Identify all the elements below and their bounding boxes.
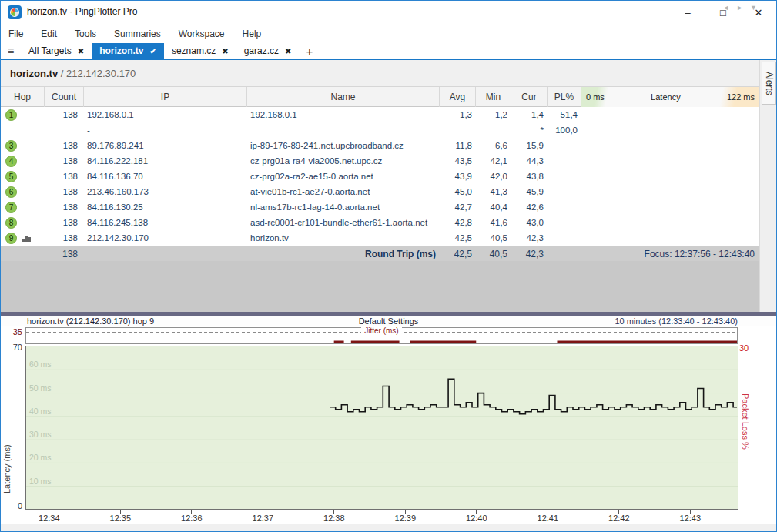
tab-label: seznam.cz [172,45,216,56]
packet-loss-axis-label: Packet Loss % [741,393,750,517]
count-cell: 138 [45,215,84,230]
latency-cell [581,230,759,246]
hop-cell: 6 [1,184,45,199]
time-tick-label: 12:35 [103,510,137,523]
check-icon: ✔ [150,47,156,55]
svg-text:10 ms: 10 ms [29,477,52,486]
column-header-latency[interactable]: 0 msLatency122 ms [581,87,759,107]
name-cell: horizon.tv [247,230,440,246]
summary-avg: 42,5 [440,246,476,261]
pl-cell: 100,0 [548,122,581,138]
name-cell: at-vie01b-rc1-ae27-0.aorta.net [247,184,440,199]
name-cell [247,122,440,138]
min-cell: 42,1 [476,153,511,169]
tab-garaz-cz[interactable]: garaz.cz✖ [236,43,300,59]
column-header-name[interactable]: Name [247,87,440,107]
avg-cell [440,122,476,138]
tab-nav-arrows[interactable]: ◄►▼ [722,4,764,12]
hop-cell: 3 [1,138,45,153]
table-row[interactable]: 813884.116.245.138asd-rc0001-cr101-bundl… [1,215,759,230]
hamburger-icon[interactable]: ≡ [1,43,21,59]
pl-cell: 51,4 [548,107,581,122]
jitter-title: Jitter (ms) [25,326,738,335]
min-cell: 42,0 [476,169,511,184]
summary-cur: 42,3 [511,246,548,261]
latency-cell [581,169,759,184]
pl-cell [548,230,581,246]
menu-item-tools[interactable]: Tools [75,28,96,39]
table-row[interactable]: 713884.116.130.25nl-ams17b-rc1-lag-14-0.… [1,199,759,215]
latency-timeline-chart[interactable]: 60 ms50 ms40 ms30 ms20 ms10 ms [25,346,738,510]
target-title: horizon.tv / 212.142.30.170 [10,68,136,79]
count-cell [45,122,84,138]
table-row[interactable]: 413884.116.222.181cz-prg01a-ra4-vla2005.… [1,153,759,169]
pl-cell [548,169,581,184]
cur-cell: 44,3 [511,153,548,169]
tab-horizon-tv[interactable]: horizon.tv✔ [92,43,164,59]
tab-all-targets[interactable]: All Targets✖ [21,43,92,59]
alerts-tab[interactable]: Alerts [762,62,776,105]
table-row[interactable]: 6138213.46.160.173at-vie01b-rc1-ae27-0.a… [1,184,759,199]
close-icon[interactable]: ✖ [285,47,291,55]
column-header-avg[interactable]: Avg [440,87,476,107]
table-row[interactable]: 313889.176.89.241ip-89-176-89-241.net.up… [1,138,759,153]
menu-item-workspace[interactable]: Workspace [179,28,225,39]
cur-cell: 15,9 [511,138,548,153]
min-cell: 40,5 [476,230,511,246]
cur-cell: * [511,122,548,138]
menu-item-help[interactable]: Help [243,28,262,39]
menu-item-file[interactable]: File [8,28,23,39]
menu-item-edit[interactable]: Edit [41,28,57,39]
name-cell: ip-89-176-89-241.net.upcbroadband.cz [247,138,440,153]
name-cell: cz-prg02a-ra2-ae15-0.aorta.net [247,169,440,184]
window-title: horizon.tv - PingPlotter Pro [27,6,137,17]
name-cell: asd-rc0001-cr101-bundle-ether61-1.aorta.… [247,215,440,230]
count-cell: 138 [45,153,84,169]
cur-cell: 45,9 [511,184,548,199]
svg-text:40 ms: 40 ms [29,407,52,416]
table-row[interactable]: 1138192.168.0.1192.168.0.11,31,21,451,4 [1,107,759,122]
time-tick-label: 12:42 [602,510,636,523]
pl-cell [548,153,581,169]
latency-min-label: 0 [5,501,22,510]
column-header-count[interactable]: Count [45,87,84,107]
hop-cell: 1 [1,107,45,122]
minimize-button[interactable]: – [670,1,705,24]
avg-cell: 42,8 [440,215,476,230]
tab-seznam-cz[interactable]: seznam.cz✖ [164,43,236,59]
cur-cell: 1,4 [511,107,548,122]
ip-cell: 84.116.222.181 [84,153,247,169]
column-header-ip[interactable]: IP [84,87,247,107]
column-header-pl[interactable]: PL% [548,87,581,107]
tab-label: garaz.cz [244,45,279,56]
close-icon[interactable]: ✖ [78,47,84,55]
count-cell: 138 [45,169,84,184]
hop-number-badge: 6 [5,186,17,198]
time-axis: 12:3412:3512:3612:3712:3812:3912:4012:41… [25,510,738,524]
menu-item-summaries[interactable]: Summaries [114,28,161,39]
table-row[interactable]: -*100,0 [1,122,759,138]
jitter-max-label: 35 [5,327,22,336]
hop-cell: 9 [1,230,45,246]
ip-cell: 213.46.160.173 [84,184,247,199]
timeline-range-label: 10 minutes (12:33:40 - 12:43:40) [615,316,738,326]
new-tab-button[interactable]: + [299,43,320,59]
table-row[interactable]: 513884.116.136.70cz-prg02a-ra2-ae15-0.ao… [1,169,759,184]
app-logo-icon [8,5,22,19]
close-icon[interactable]: ✖ [222,47,228,55]
latency-cell [581,199,759,215]
column-header-hop[interactable]: Hop [1,87,45,107]
avg-cell: 11,8 [440,138,476,153]
summary-count: 138 [45,246,84,261]
svg-text:30 ms: 30 ms [29,430,52,439]
min-cell: 41,3 [476,184,511,199]
time-tick-label: 12:34 [32,510,66,523]
tab-bar: ≡ All Targets✖horizon.tv✔seznam.cz✖garaz… [1,43,776,60]
time-tick-label: 12:37 [246,510,280,523]
avg-cell: 45,0 [440,184,476,199]
time-tick-label: 12:40 [460,510,494,523]
column-header-min[interactable]: Min [476,87,511,107]
table-row[interactable]: 9138212.142.30.170horizon.tv42,540,542,3 [1,230,759,246]
timeline-header: horizon.tv (212.142.30.170) hop 9 Defaul… [1,316,776,326]
column-header-cur[interactable]: Cur [511,87,548,107]
